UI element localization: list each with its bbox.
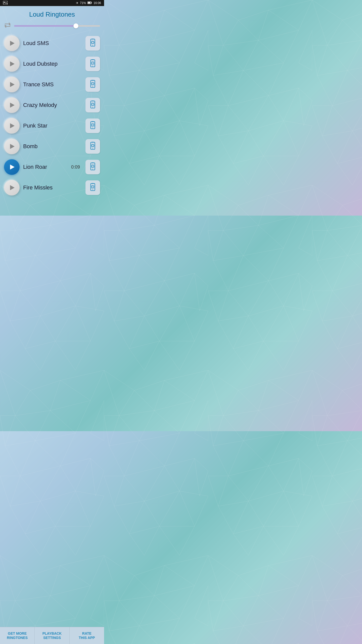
svg-point-52	[93, 107, 93, 108]
svg-line-71	[92, 144, 92, 145]
settings-button-8[interactable]	[85, 180, 100, 195]
svg-rect-99	[92, 183, 94, 184]
play-icon	[10, 123, 15, 128]
play-button-6[interactable]	[4, 139, 20, 154]
svg-point-30	[92, 83, 94, 85]
play-icon	[10, 82, 15, 87]
play-icon	[10, 61, 15, 66]
status-left-icon	[3, 1, 8, 5]
ringtone-name: Loud Dubstep	[23, 61, 82, 67]
svg-line-11	[92, 41, 92, 42]
progress-thumb	[73, 23, 78, 28]
list-item: Loud SMS	[3, 33, 102, 54]
svg-rect-63	[92, 121, 94, 122]
svg-point-40	[93, 86, 93, 87]
progress-bar-row	[0, 21, 104, 33]
settings-button-4[interactable]	[85, 98, 100, 112]
play-button-2[interactable]	[4, 56, 20, 72]
airplane-icon: ✈	[76, 1, 78, 5]
list-item: Fire Missles	[3, 177, 102, 198]
status-right-icons: ✈ 71% 16:06	[76, 1, 101, 5]
svg-rect-39	[92, 80, 94, 81]
svg-line-85	[92, 167, 92, 167]
svg-point-88	[93, 169, 93, 170]
svg-point-100	[93, 189, 93, 190]
svg-point-66	[92, 145, 94, 147]
svg-line-47	[92, 103, 92, 103]
svg-line-50	[94, 103, 94, 103]
svg-line-86	[94, 165, 94, 165]
ringtone-list: Loud SMS	[0, 33, 104, 198]
play-button-7[interactable]	[4, 159, 20, 175]
svg-point-64	[93, 128, 93, 128]
svg-rect-4	[88, 2, 90, 4]
repeat-icon[interactable]	[4, 22, 11, 29]
status-bar: ✈ 71% 16:06	[0, 0, 104, 6]
ringtone-duration: 0:09	[71, 165, 80, 170]
play-button-5[interactable]	[4, 118, 20, 134]
ringtone-name: Loud SMS	[23, 40, 82, 47]
svg-point-90	[92, 186, 94, 188]
svg-line-48	[94, 105, 94, 105]
svg-line-24	[94, 64, 94, 64]
play-icon	[10, 41, 15, 46]
list-item: Loud Dubstep	[3, 54, 102, 74]
svg-line-62	[94, 124, 94, 124]
svg-rect-27	[92, 59, 94, 60]
svg-line-97	[92, 188, 92, 188]
settings-button-6[interactable]	[85, 139, 100, 154]
play-icon	[10, 165, 15, 170]
svg-line-60	[94, 126, 94, 126]
svg-line-72	[94, 146, 94, 147]
play-button-3[interactable]	[4, 77, 20, 92]
ringtone-name: Crazy Melody	[23, 102, 82, 108]
svg-line-84	[94, 167, 94, 167]
svg-rect-75	[92, 142, 94, 143]
ringtone-name: Bomb	[23, 143, 82, 150]
svg-line-74	[94, 144, 94, 145]
play-button-1[interactable]	[4, 35, 20, 51]
svg-line-23	[92, 62, 92, 62]
play-icon	[10, 103, 15, 108]
svg-line-98	[94, 186, 94, 186]
settings-button-7[interactable]	[85, 160, 100, 174]
play-button-8[interactable]	[4, 180, 20, 195]
progress-fill	[14, 25, 76, 27]
svg-line-25	[92, 64, 92, 64]
settings-button-3[interactable]	[85, 77, 100, 92]
app-title: Loud Ringtones	[0, 6, 104, 21]
svg-point-54	[92, 124, 94, 126]
svg-line-96	[94, 188, 94, 188]
time-text: 16:06	[94, 1, 101, 5]
svg-point-76	[93, 148, 93, 149]
svg-line-35	[92, 83, 92, 83]
svg-line-49	[92, 105, 92, 105]
ringtone-name: Trance SMS	[23, 81, 82, 88]
svg-point-42	[92, 103, 94, 105]
svg-rect-15	[92, 39, 94, 39]
list-item: Lion Roar0:09	[3, 157, 102, 177]
settings-button-2[interactable]	[85, 57, 100, 71]
list-item: Crazy Melody	[3, 95, 102, 115]
svg-line-38	[94, 83, 94, 83]
ringtone-name: Lion Roar	[23, 164, 68, 170]
main-content: Loud Ringtones Loud SMS	[0, 6, 104, 216]
svg-line-26	[94, 62, 94, 62]
svg-rect-51	[92, 101, 94, 101]
svg-rect-87	[92, 163, 94, 163]
svg-line-95	[92, 186, 92, 186]
svg-line-83	[92, 165, 92, 165]
ringtone-name: Fire Missles	[23, 184, 82, 191]
play-icon	[10, 144, 15, 149]
svg-point-16	[93, 45, 93, 46]
svg-point-6	[92, 42, 94, 44]
settings-button-1[interactable]	[85, 36, 100, 51]
progress-track[interactable]	[14, 25, 100, 27]
play-button-4[interactable]	[4, 97, 20, 113]
battery-icon	[87, 1, 92, 5]
settings-button-5[interactable]	[85, 118, 100, 133]
svg-point-78	[92, 165, 94, 167]
ringtone-name: Punk Star	[23, 123, 82, 129]
svg-point-28	[93, 66, 93, 66]
list-item: Trance SMS	[3, 74, 102, 95]
